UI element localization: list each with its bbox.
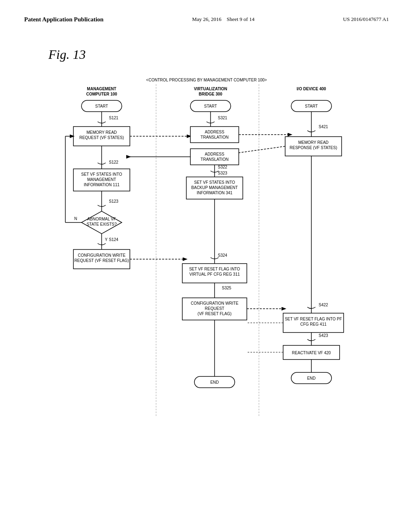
svg-text:ADDRESS: ADDRESS bbox=[205, 130, 225, 134]
start2-label: START bbox=[204, 104, 217, 108]
header: Patent Application Publication May 26, 2… bbox=[24, 16, 389, 23]
col-header-1: MANAGEMENT bbox=[87, 87, 117, 91]
svg-text:SET VF STATES INTO: SET VF STATES INTO bbox=[81, 172, 122, 177]
svg-text:SET VF RESET FLAG INTO PF: SET VF RESET FLAG INTO PF bbox=[285, 317, 342, 321]
end1-label: END bbox=[210, 380, 219, 384]
diagram-container: <CONTROL PROCESSING BY MANAGEMENT COMPUT… bbox=[53, 74, 360, 437]
svg-text:MEMORY READ: MEMORY READ bbox=[298, 140, 328, 145]
s322-label: S322 bbox=[218, 165, 227, 169]
s325-label: S325 bbox=[222, 286, 232, 290]
svg-text:MANAGEMENT: MANAGEMENT bbox=[87, 177, 116, 182]
s123-label: S123 bbox=[109, 199, 119, 204]
svg-text:SET VF STATES INTO: SET VF STATES INTO bbox=[194, 180, 235, 185]
svg-text:CFG REG 411: CFG REG 411 bbox=[300, 322, 326, 326]
s422-label: S422 bbox=[319, 303, 328, 307]
svg-text:SET VF RESET FLAG INTO: SET VF RESET FLAG INTO bbox=[189, 267, 240, 271]
addr-trans1-box bbox=[190, 127, 239, 143]
svg-text:CONFIGURATION WRITE: CONFIGURATION WRITE bbox=[191, 301, 238, 305]
figure-label: Fig. 13 bbox=[48, 47, 389, 62]
start1-label: START bbox=[95, 104, 108, 108]
s122-label: S122 bbox=[109, 160, 119, 164]
svg-text:MEMORY READ: MEMORY READ bbox=[86, 130, 117, 135]
svg-text:REQUEST (VF STATES): REQUEST (VF STATES) bbox=[79, 135, 124, 140]
diagram-title: <CONTROL PROCESSING BY MANAGEMENT COMPUT… bbox=[146, 78, 267, 82]
s321-label: S321 bbox=[218, 116, 227, 120]
svg-text:INFORMATION 341: INFORMATION 341 bbox=[197, 191, 233, 195]
s124-label: S124 bbox=[109, 237, 119, 242]
addr-trans2-box bbox=[190, 149, 239, 165]
header-sheet: Sheet 9 of 14 bbox=[227, 16, 254, 22]
n-label: N bbox=[74, 216, 77, 221]
svg-text:REQUEST: REQUEST bbox=[205, 306, 224, 311]
svg-text:CONFIGURATION WRITE: CONFIGURATION WRITE bbox=[78, 253, 125, 258]
svg-text:REQUEST (VF RESET FLAG): REQUEST (VF RESET FLAG) bbox=[74, 258, 129, 263]
s421-label: S421 bbox=[319, 125, 328, 129]
svg-text:BRIDGE 300: BRIDGE 300 bbox=[199, 92, 223, 96]
y-label: Y bbox=[105, 237, 108, 242]
header-date: May 26, 2016 bbox=[192, 16, 221, 22]
svg-text:INFORMATION 111: INFORMATION 111 bbox=[84, 183, 120, 187]
page: Patent Application Publication May 26, 2… bbox=[0, 0, 413, 532]
s323-label: S323 bbox=[218, 171, 227, 175]
header-center: May 26, 2016 Sheet 9 of 14 bbox=[192, 16, 254, 23]
svg-text:STATE EXISTS?: STATE EXISTS? bbox=[87, 222, 117, 227]
header-left: Patent Application Publication bbox=[24, 16, 104, 23]
svg-text:RESPONSE (VF STATES): RESPONSE (VF STATES) bbox=[290, 145, 337, 150]
arrow-memresp-to-addrtrans2 bbox=[239, 146, 285, 153]
col-header-2: VIRTUALIZATION bbox=[194, 87, 227, 91]
start3-label: START bbox=[305, 104, 318, 108]
svg-text:ADDRESS: ADDRESS bbox=[205, 152, 225, 156]
svg-text:REACTIVATE VF 420: REACTIVATE VF 420 bbox=[292, 351, 331, 355]
svg-text:COMPUTER 100: COMPUTER 100 bbox=[86, 92, 117, 96]
end2-label: END bbox=[307, 376, 315, 380]
svg-text:VIRTUAL PF CFG REG 311: VIRTUAL PF CFG REG 311 bbox=[189, 272, 240, 276]
svg-text:BACKUP MANAGEMENT: BACKUP MANAGEMENT bbox=[191, 185, 238, 190]
header-right: US 2016/0147677 A1 bbox=[343, 16, 389, 23]
s423-label: S423 bbox=[319, 333, 328, 338]
svg-text:(VF RESET FLAG): (VF RESET FLAG) bbox=[198, 312, 232, 316]
s324-label: S324 bbox=[218, 253, 227, 258]
col-header-3: I/O DEVICE 400 bbox=[297, 87, 326, 91]
svg-text:ABNORMAL VF: ABNORMAL VF bbox=[87, 217, 116, 221]
svg-text:TRANSLATION: TRANSLATION bbox=[200, 135, 228, 139]
svg-text:TRANSLATION: TRANSLATION bbox=[200, 157, 228, 162]
diagram-svg: <CONTROL PROCESSING BY MANAGEMENT COMPUT… bbox=[53, 74, 360, 425]
s121-label: S121 bbox=[109, 116, 119, 120]
